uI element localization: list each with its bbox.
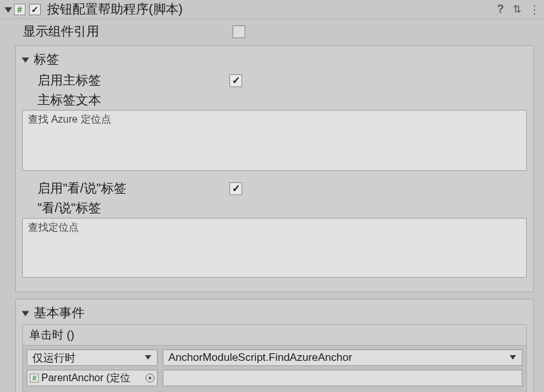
help-icon[interactable]: ? bbox=[497, 2, 504, 17]
main-label-text-input[interactable]: 查找 Azure 定位点 bbox=[22, 110, 527, 171]
show-component-refs-checkbox[interactable] bbox=[233, 25, 245, 38]
svg-marker-1 bbox=[22, 57, 29, 62]
events-group: 基本事件 单击时 () 仅运行时 AnchorModuleScript.Find… bbox=[15, 299, 534, 392]
seesay-label-text-input[interactable]: 查找定位点 bbox=[22, 218, 527, 278]
show-component-refs-label: 显示组件引用 bbox=[23, 23, 233, 40]
chevron-down-icon bbox=[509, 351, 517, 364]
enable-seesay-label-row: 启用"看/说"标签 bbox=[20, 179, 529, 198]
enable-seesay-label-checkbox[interactable] bbox=[229, 182, 242, 195]
menu-icon[interactable]: ⋮ bbox=[529, 2, 540, 17]
enable-main-label-checkbox[interactable] bbox=[229, 74, 242, 87]
chevron-down-icon bbox=[144, 351, 152, 364]
presets-icon[interactable] bbox=[513, 2, 520, 17]
foldout-icon[interactable] bbox=[4, 5, 13, 14]
argument-field[interactable] bbox=[163, 370, 522, 386]
event-entry: 仅运行时 AnchorModuleScript.FindAzureAnchor bbox=[22, 345, 527, 392]
foldout-icon bbox=[21, 55, 30, 64]
foldout-icon bbox=[21, 309, 30, 318]
seesay-label-text-row: "看/说"标签 bbox=[20, 198, 529, 217]
component-header: # 按钮配置帮助程序(脚本) ? ⋮ bbox=[0, 0, 544, 19]
enable-main-label-text: 启用主标签 bbox=[37, 72, 229, 89]
main-label-text-label: 主标签文本 bbox=[37, 91, 229, 109]
function-dropdown[interactable]: AnchorModuleScript.FindAzureAnchor bbox=[163, 349, 522, 366]
target-object-value: ParentAnchor (定位 bbox=[41, 372, 130, 385]
svg-marker-4 bbox=[510, 355, 516, 360]
call-state-value: 仅运行时 bbox=[32, 351, 76, 365]
script-icon: # bbox=[30, 374, 39, 382]
svg-marker-3 bbox=[145, 355, 151, 360]
labels-group-header[interactable]: 标签 bbox=[20, 50, 529, 71]
call-state-dropdown[interactable]: 仅运行时 bbox=[27, 349, 158, 366]
show-component-refs-row: 显示组件引用 bbox=[0, 22, 544, 41]
labels-group: 标签 启用主标签 主标签文本 查找 Azure 定位点 启用"看/说"标签 "看… bbox=[15, 45, 534, 292]
enable-seesay-label-text: 启用"看/说"标签 bbox=[37, 180, 229, 197]
labels-group-title: 标签 bbox=[34, 51, 59, 68]
enable-component-checkbox[interactable] bbox=[29, 4, 41, 15]
enable-main-label-row: 启用主标签 bbox=[20, 71, 529, 90]
component-title: 按钮配置帮助程序(脚本) bbox=[47, 1, 497, 18]
event-name-label: 单击时 () bbox=[22, 324, 527, 345]
events-group-header[interactable]: 基本事件 bbox=[20, 303, 529, 324]
function-value: AnchorModuleScript.FindAzureAnchor bbox=[168, 351, 352, 364]
svg-marker-0 bbox=[4, 7, 12, 12]
script-icon: # bbox=[14, 4, 25, 15]
object-picker-icon[interactable] bbox=[146, 374, 154, 382]
target-object-field[interactable]: # ParentAnchor (定位 bbox=[27, 370, 158, 386]
seesay-label-text-label: "看/说"标签 bbox=[37, 199, 229, 217]
main-label-text-row: 主标签文本 bbox=[20, 90, 529, 109]
svg-marker-2 bbox=[22, 311, 29, 316]
events-group-title: 基本事件 bbox=[34, 304, 85, 321]
